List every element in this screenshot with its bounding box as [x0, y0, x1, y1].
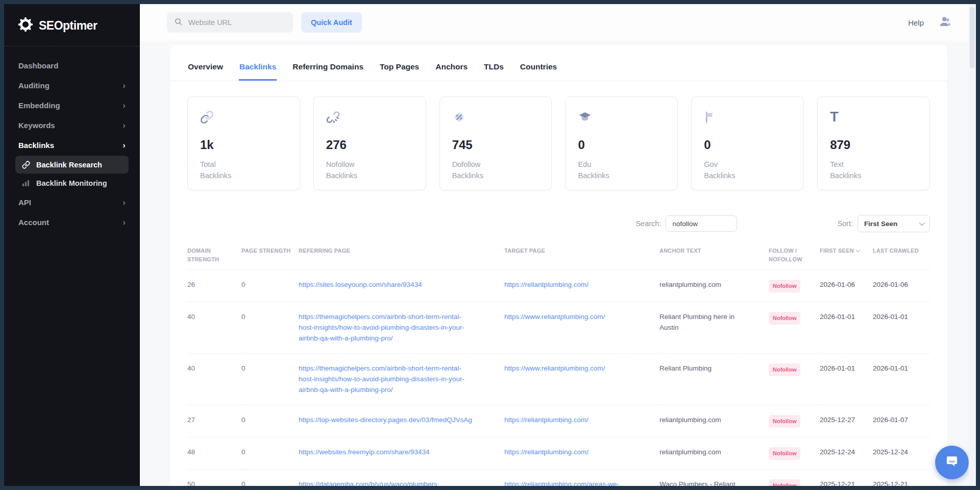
sort-selected-value: First Seen: [864, 220, 897, 228]
tab-countries[interactable]: Countries: [520, 57, 557, 81]
search-label: Search:: [635, 219, 661, 228]
follow-cell: Nofollow: [769, 469, 820, 486]
backlinks-table: DOMAIN STRENGTH PAGE STRENGTH REFERRING …: [187, 247, 930, 486]
sort-label: Sort:: [837, 219, 853, 228]
first-seen-cell: 2026-01-01: [820, 302, 873, 354]
nofollow-badge: Nofollow: [769, 415, 800, 428]
follow-cell: Nofollow: [769, 353, 820, 405]
tab-top-pages[interactable]: Top Pages: [379, 57, 420, 81]
header-first-seen[interactable]: FIRST SEEN: [820, 247, 873, 270]
referring-page-link[interactable]: https://themagichelpers.com/airbnb-short…: [299, 313, 464, 342]
chevron-right-icon: [122, 121, 126, 130]
sidebar-item-backlink-monitoring[interactable]: Backlink Monitoring: [15, 174, 129, 192]
target-page-cell: https://reliantplumbing.com/areas-we-ser…: [504, 469, 659, 486]
quick-audit-button[interactable]: Quick Audit: [301, 12, 362, 33]
header-anchor-text: ANCHOR TEXT: [659, 247, 769, 270]
sidebar: SEOptimer Dashboard Auditing Embedding K…: [4, 4, 140, 486]
target-page-link[interactable]: https://reliantplumbing.com/: [504, 416, 589, 424]
sidebar-item-embedding[interactable]: Embedding: [15, 95, 129, 115]
help-link[interactable]: Help: [908, 18, 924, 27]
stat-text-backlinks: T 879 Text Backlinks: [817, 96, 930, 190]
chevron-down-icon: [919, 220, 925, 226]
tab-anchors[interactable]: Anchors: [435, 57, 468, 81]
target-page-cell: https://reliantplumbing.com/: [504, 437, 659, 469]
referring-page-cell: https://websites.freemyip.com/share/9343…: [299, 437, 504, 469]
flag-icon: [704, 110, 791, 126]
referring-page-link[interactable]: https://datagemba.com/b/v/us/waco/plumbe…: [299, 480, 437, 486]
page-strength-cell: 0: [241, 353, 299, 405]
first-seen-cell: 2026-01-01: [820, 353, 873, 405]
sidebar-divider: [4, 46, 140, 46]
target-page-link[interactable]: https://reliantplumbing.com/: [504, 448, 589, 456]
tab-overview[interactable]: Overview: [187, 57, 224, 81]
sidebar-item-backlink-research[interactable]: Backlink Research: [15, 156, 129, 174]
sort-group: Sort: First Seen: [837, 215, 930, 232]
website-url-input[interactable]: Website URL: [167, 12, 293, 33]
header-domain-strength: DOMAIN STRENGTH: [187, 247, 241, 270]
domain-strength-cell: 48: [187, 437, 241, 469]
sidebar-item-account[interactable]: Account: [15, 212, 129, 232]
sidebar-item-api[interactable]: API: [15, 192, 129, 212]
target-page-cell: https://www.reliantplumbing.com/: [504, 353, 659, 405]
tab-referring-domains[interactable]: Referring Domains: [292, 57, 364, 81]
table-row: 40 0 https://themagichelpers.com/airbnb-…: [187, 353, 930, 405]
table-controls: Search: nofollow Sort: First Seen: [187, 215, 930, 232]
chat-button[interactable]: [935, 446, 969, 479]
stat-edu-backlinks: 0 Edu Backlinks: [565, 96, 678, 190]
stat-value: 745: [452, 138, 540, 152]
stat-cards: 1k Total Backlinks 276 Nofollow Backlink…: [187, 96, 930, 190]
stat-value: 276: [326, 138, 413, 152]
table-row: 27 0 https://top-websites-directory.page…: [187, 405, 930, 437]
last-crawled-cell: 2026-01-01: [873, 302, 930, 354]
target-page-link[interactable]: https://reliantplumbing.com/: [504, 281, 589, 288]
bar-chart-icon: [21, 179, 30, 187]
text-icon: T: [830, 110, 917, 126]
target-page-link[interactable]: https://www.reliantplumbing.com/: [504, 313, 605, 321]
domain-strength-cell: 26: [187, 270, 241, 302]
first-seen-cell: 2026-01-06: [820, 270, 873, 302]
last-crawled-cell: 2026-01-06: [873, 270, 930, 302]
broken-link-icon: [326, 110, 413, 126]
referring-page-link[interactable]: https://themagichelpers.com/airbnb-short…: [299, 364, 464, 394]
anchor-text-cell: Waco Plumbers - Reliant Plumbing: [659, 469, 769, 486]
scrollbar-thumb[interactable]: [970, 7, 975, 68]
table-row: 40 0 https://themagichelpers.com/airbnb-…: [187, 302, 930, 354]
target-page-link[interactable]: https://www.reliantplumbing.com/: [504, 364, 605, 372]
search-icon: [174, 17, 183, 28]
table-search-input[interactable]: nofollow: [666, 215, 737, 232]
stat-total-backlinks: 1k Total Backlinks: [187, 96, 300, 190]
tab-backlinks[interactable]: Backlinks: [239, 57, 277, 81]
domain-strength-cell: 40: [187, 353, 241, 405]
stat-dofollow-backlinks: 745 Dofollow Backlinks: [439, 96, 552, 190]
stat-value: 879: [830, 138, 917, 152]
website-url-placeholder: Website URL: [188, 18, 232, 27]
stat-value: 0: [578, 138, 665, 152]
last-crawled-cell: 2026-01-07: [873, 405, 930, 437]
referring-page-link[interactable]: https://top-websites-directory.pages.dev…: [299, 416, 472, 424]
follow-cell: Nofollow: [769, 302, 820, 354]
logo[interactable]: SEOptimer: [4, 15, 140, 36]
user-avatar-icon[interactable]: [938, 15, 951, 30]
anchor-text-cell: Reliant Plumbing: [659, 353, 769, 405]
nofollow-badge: Nofollow: [769, 280, 800, 292]
follow-cell: Nofollow: [769, 437, 820, 469]
sidebar-item-dashboard[interactable]: Dashboard: [15, 56, 129, 76]
logo-text: SEOptimer: [39, 19, 97, 33]
content-card: Overview Backlinks Referring Domains Top…: [170, 45, 947, 486]
target-page-link[interactable]: https://reliantplumbing.com/areas-we-ser…: [504, 480, 619, 486]
table-row: 26 0 https://sites.loseyourip.com/share/…: [187, 270, 930, 302]
first-seen-cell: 2025-12-27: [820, 405, 873, 437]
chevron-right-icon: [122, 101, 126, 110]
domain-strength-cell: 50: [187, 469, 241, 486]
scrollbar[interactable]: [969, 4, 976, 486]
sidebar-item-keywords[interactable]: Keywords: [15, 115, 129, 135]
referring-page-link[interactable]: https://sites.loseyourip.com/share/93434: [299, 281, 422, 288]
sidebar-item-auditing[interactable]: Auditing: [15, 76, 129, 95]
tab-tlds[interactable]: TLDs: [483, 57, 504, 81]
referring-page-link[interactable]: https://websites.freemyip.com/share/9343…: [299, 448, 430, 456]
page-strength-cell: 0: [241, 405, 299, 437]
sidebar-item-backlinks[interactable]: Backlinks: [15, 135, 129, 155]
app-window: SEOptimer Dashboard Auditing Embedding K…: [4, 4, 976, 486]
sort-select[interactable]: First Seen: [857, 215, 930, 232]
stat-value: 1k: [200, 138, 287, 152]
